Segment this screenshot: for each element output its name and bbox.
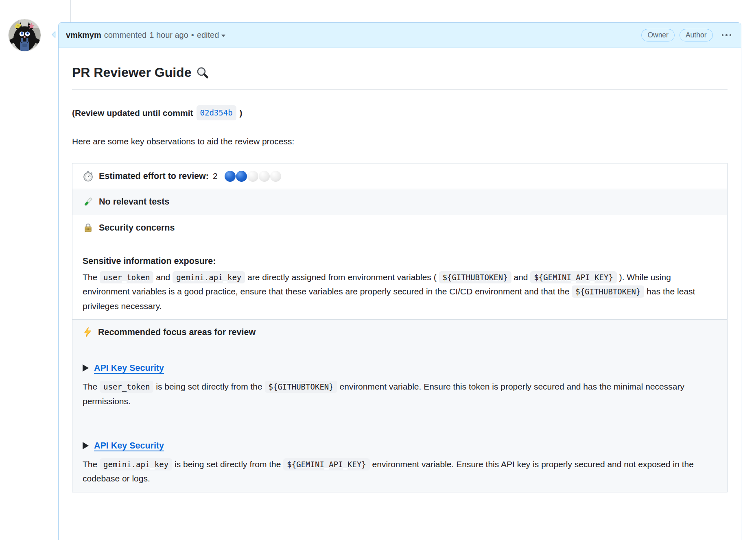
intro-text: Here are some key observations to aid th… bbox=[72, 135, 728, 148]
inline-code: ${GITHUBTOKEN} bbox=[572, 285, 644, 298]
cat-avatar-image bbox=[9, 19, 41, 51]
triangle-right-icon bbox=[83, 364, 89, 372]
table-row-security: Security concerns Sensitive information … bbox=[72, 215, 728, 319]
table-row-tests: No relevant tests bbox=[72, 189, 728, 215]
table-row-focus: Recommended focus areas for review API K… bbox=[72, 319, 728, 492]
inline-code: gemini.api_key bbox=[100, 458, 172, 470]
score-dot-empty bbox=[270, 171, 281, 182]
meta-separator: • bbox=[191, 30, 194, 40]
focus-area-2-title: API Key Security bbox=[94, 439, 164, 452]
page-title: PR Reviewer Guide bbox=[72, 63, 728, 90]
comment-body: PR Reviewer Guide (Review updated until … bbox=[59, 48, 741, 492]
action-text: commented bbox=[104, 30, 147, 40]
comment-card: vmkmym commented 1 hour ago • edited Own… bbox=[58, 22, 741, 540]
effort-dots bbox=[225, 171, 281, 182]
focus-area-2-text: The gemini.api_key is being set directly… bbox=[83, 457, 717, 486]
security-subheading: Sensitive information exposure: bbox=[83, 255, 717, 268]
commit-status-line: (Review updated until commit 02d354b ) bbox=[72, 105, 728, 120]
inline-code: ${GITHUBTOKEN} bbox=[265, 381, 337, 393]
inline-code: user_token bbox=[100, 271, 153, 283]
effort-label: Estimated effort to review: bbox=[99, 170, 209, 183]
commit-suffix: ) bbox=[240, 107, 243, 120]
commit-prefix: (Review updated until commit bbox=[72, 107, 193, 120]
focus-label: Recommended focus areas for review bbox=[98, 326, 256, 339]
title-text: PR Reviewer Guide bbox=[72, 63, 191, 82]
chevron-down-icon bbox=[221, 35, 225, 37]
pr-comment-page: vmkmym commented 1 hour ago • edited Own… bbox=[0, 0, 756, 540]
effort-value: 2 bbox=[213, 170, 218, 183]
timestamp-link[interactable]: 1 hour ago bbox=[149, 30, 188, 40]
comment-header: vmkmym commented 1 hour ago • edited Own… bbox=[59, 23, 741, 48]
kebab-menu-button[interactable] bbox=[719, 31, 734, 39]
security-description: The user_token and gemini.api_key are di… bbox=[83, 270, 717, 313]
test-tube-icon bbox=[83, 196, 94, 207]
header-actions: Owner Author bbox=[641, 29, 734, 41]
inline-code: ${GITHUBTOKEN} bbox=[439, 271, 511, 283]
inline-code: gemini.api_key bbox=[173, 271, 245, 283]
commit-hash-link[interactable]: 02d354b bbox=[197, 105, 236, 120]
author-badge: Author bbox=[680, 29, 713, 41]
security-label: Security concerns bbox=[99, 221, 175, 234]
inline-code: ${GEMINI_API_KEY} bbox=[283, 458, 369, 470]
score-dot-empty bbox=[259, 171, 270, 182]
review-summary-table: Estimated effort to review: 2 bbox=[72, 163, 728, 492]
table-row-effort: Estimated effort to review: 2 bbox=[72, 163, 728, 189]
inline-code: ${GEMINI_API_KEY} bbox=[530, 271, 616, 283]
edited-label: edited bbox=[197, 30, 219, 40]
focus-area-1-text: The user_token is being set directly fro… bbox=[83, 379, 717, 408]
author-link[interactable]: vmkmym bbox=[66, 30, 101, 40]
score-dot-filled bbox=[236, 171, 247, 182]
stopwatch-icon bbox=[83, 171, 94, 182]
score-dot-empty bbox=[247, 171, 258, 182]
focus-area-1-title: API Key Security bbox=[94, 361, 164, 375]
lock-icon bbox=[83, 222, 94, 233]
triangle-right-icon bbox=[83, 442, 89, 449]
score-dot-filled bbox=[225, 171, 236, 182]
comment-meta: vmkmym commented 1 hour ago • edited bbox=[66, 30, 225, 40]
timeline-thread-line bbox=[70, 0, 71, 23]
focus-area-1: API Key Security The user_token is being… bbox=[83, 361, 717, 408]
zap-icon bbox=[83, 327, 93, 338]
focus-area-2-toggle[interactable]: API Key Security bbox=[83, 439, 717, 452]
edited-dropdown[interactable]: edited bbox=[197, 30, 226, 40]
avatar[interactable] bbox=[9, 19, 41, 51]
magnifying-glass-icon bbox=[196, 66, 209, 79]
focus-area-2: API Key Security The gemini.api_key is b… bbox=[83, 439, 717, 486]
owner-badge: Owner bbox=[641, 29, 675, 41]
tests-label: No relevant tests bbox=[99, 195, 169, 208]
focus-area-1-toggle[interactable]: API Key Security bbox=[83, 361, 717, 375]
inline-code: user_token bbox=[100, 381, 153, 393]
